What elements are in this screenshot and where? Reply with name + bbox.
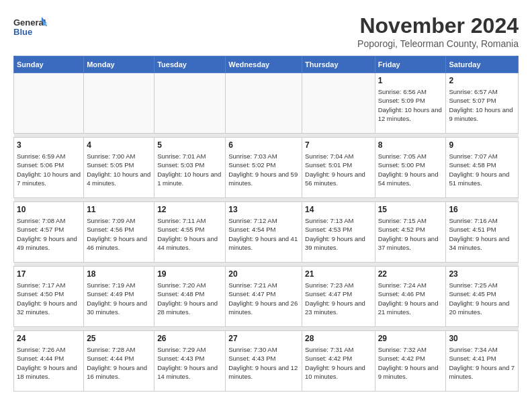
day-number: 23 [449,269,515,279]
day-info: Sunrise: 6:57 AM Sunset: 5:07 PM Dayligh… [449,87,515,123]
day-info: Sunrise: 7:09 AM Sunset: 4:56 PM Dayligh… [87,216,151,252]
day-number: 19 [157,269,222,279]
day-info: Sunrise: 7:28 AM Sunset: 4:44 PM Dayligh… [87,345,151,381]
day-info: Sunrise: 7:04 AM Sunset: 5:01 PM Dayligh… [305,152,372,187]
svg-text:General: General [13,17,46,28]
day-number: 26 [157,334,222,343]
weekday-header-saturday: Saturday [446,56,519,73]
day-info: Sunrise: 7:15 AM Sunset: 4:52 PM Dayligh… [378,216,443,252]
day-cell-3: 3Sunrise: 6:59 AM Sunset: 5:06 PM Daylig… [14,138,84,198]
day-number: 27 [228,334,299,343]
day-info: Sunrise: 7:32 AM Sunset: 4:42 PM Dayligh… [378,345,443,381]
day-number: 11 [87,205,151,214]
weekday-header-wednesday: Wednesday [226,56,302,73]
day-info: Sunrise: 7:29 AM Sunset: 4:43 PM Dayligh… [157,345,222,381]
month-title: November 2024 [357,13,519,38]
day-info: Sunrise: 7:16 AM Sunset: 4:51 PM Dayligh… [449,216,515,252]
day-number: 10 [17,205,81,214]
day-info: Sunrise: 7:34 AM Sunset: 4:41 PM Dayligh… [449,345,515,381]
day-number: 13 [228,205,299,214]
day-cell-27: 27Sunrise: 7:30 AM Sunset: 4:43 PM Dayli… [226,331,302,392]
day-number: 4 [87,140,151,150]
day-info: Sunrise: 7:25 AM Sunset: 4:45 PM Dayligh… [449,281,515,316]
day-number: 24 [17,334,81,343]
weekday-header-sunday: Sunday [14,56,84,73]
day-number: 18 [87,269,151,279]
day-cell-12: 12Sunrise: 7:11 AM Sunset: 4:55 PM Dayli… [154,202,226,263]
day-cell-6: 6Sunrise: 7:03 AM Sunset: 5:02 PM Daylig… [226,138,302,198]
day-cell-2: 2Sunrise: 6:57 AM Sunset: 5:07 PM Daylig… [446,73,519,134]
day-cell-8: 8Sunrise: 7:05 AM Sunset: 5:00 PM Daylig… [375,138,446,198]
day-cell-29: 29Sunrise: 7:32 AM Sunset: 4:42 PM Dayli… [375,331,446,392]
empty-cell [84,73,154,134]
day-number: 28 [305,334,372,343]
day-cell-7: 7Sunrise: 7:04 AM Sunset: 5:01 PM Daylig… [302,138,375,198]
day-info: Sunrise: 7:20 AM Sunset: 4:48 PM Dayligh… [157,281,222,316]
day-number: 25 [87,334,151,343]
day-info: Sunrise: 7:17 AM Sunset: 4:50 PM Dayligh… [17,281,81,316]
week-row-4: 17Sunrise: 7:17 AM Sunset: 4:50 PM Dayli… [14,267,519,327]
day-cell-14: 14Sunrise: 7:13 AM Sunset: 4:53 PM Dayli… [302,202,375,263]
day-info: Sunrise: 7:23 AM Sunset: 4:47 PM Dayligh… [305,281,372,316]
day-number: 3 [17,140,81,150]
day-number: 14 [305,205,372,214]
day-cell-30: 30Sunrise: 7:34 AM Sunset: 4:41 PM Dayli… [446,331,519,392]
location: Poporogi, Teleorman County, Romania [357,38,519,49]
day-info: Sunrise: 7:01 AM Sunset: 5:03 PM Dayligh… [157,152,222,187]
week-row-5: 24Sunrise: 7:26 AM Sunset: 4:44 PM Dayli… [14,331,519,392]
weekday-header-monday: Monday [84,56,154,73]
day-cell-22: 22Sunrise: 7:24 AM Sunset: 4:46 PM Dayli… [375,267,446,327]
day-info: Sunrise: 6:56 AM Sunset: 5:09 PM Dayligh… [378,87,443,123]
day-number: 1 [378,76,443,85]
day-cell-26: 26Sunrise: 7:29 AM Sunset: 4:43 PM Dayli… [154,331,226,392]
day-info: Sunrise: 7:26 AM Sunset: 4:44 PM Dayligh… [17,345,81,381]
day-info: Sunrise: 7:19 AM Sunset: 4:49 PM Dayligh… [87,281,151,316]
day-info: Sunrise: 7:05 AM Sunset: 5:00 PM Dayligh… [378,152,443,187]
day-number: 21 [305,269,372,279]
day-number: 2 [449,76,515,85]
empty-cell [226,73,302,134]
day-cell-18: 18Sunrise: 7:19 AM Sunset: 4:49 PM Dayli… [84,267,154,327]
day-number: 12 [157,205,222,214]
weekday-header-friday: Friday [375,56,446,73]
svg-text:Blue: Blue [13,27,32,37]
day-info: Sunrise: 7:11 AM Sunset: 4:55 PM Dayligh… [157,216,222,252]
day-cell-17: 17Sunrise: 7:17 AM Sunset: 4:50 PM Dayli… [14,267,84,327]
day-number: 29 [378,334,443,343]
day-cell-23: 23Sunrise: 7:25 AM Sunset: 4:45 PM Dayli… [446,267,519,327]
day-cell-11: 11Sunrise: 7:09 AM Sunset: 4:56 PM Dayli… [84,202,154,263]
day-number: 30 [449,334,515,343]
day-number: 17 [17,269,81,279]
week-row-3: 10Sunrise: 7:08 AM Sunset: 4:57 PM Dayli… [14,202,519,263]
day-info: Sunrise: 7:24 AM Sunset: 4:46 PM Dayligh… [378,281,443,316]
day-info: Sunrise: 7:21 AM Sunset: 4:47 PM Dayligh… [228,281,299,316]
title-section: November 2024 Poporogi, Teleorman County… [357,13,519,49]
day-cell-13: 13Sunrise: 7:12 AM Sunset: 4:54 PM Dayli… [226,202,302,263]
day-info: Sunrise: 7:07 AM Sunset: 4:58 PM Dayligh… [449,152,515,187]
day-number: 9 [449,140,515,150]
empty-cell [302,73,375,134]
week-row-2: 3Sunrise: 6:59 AM Sunset: 5:06 PM Daylig… [14,138,519,198]
day-cell-10: 10Sunrise: 7:08 AM Sunset: 4:57 PM Dayli… [14,202,84,263]
day-cell-15: 15Sunrise: 7:15 AM Sunset: 4:52 PM Dayli… [375,202,446,263]
day-cell-19: 19Sunrise: 7:20 AM Sunset: 4:48 PM Dayli… [154,267,226,327]
weekday-header-tuesday: Tuesday [154,56,226,73]
day-number: 16 [449,205,515,214]
day-cell-21: 21Sunrise: 7:23 AM Sunset: 4:47 PM Dayli… [302,267,375,327]
week-row-1: 1Sunrise: 6:56 AM Sunset: 5:09 PM Daylig… [14,73,519,134]
day-cell-5: 5Sunrise: 7:01 AM Sunset: 5:03 PM Daylig… [154,138,226,198]
day-cell-9: 9Sunrise: 7:07 AM Sunset: 4:58 PM Daylig… [446,138,519,198]
day-info: Sunrise: 7:00 AM Sunset: 5:05 PM Dayligh… [87,152,151,187]
day-cell-20: 20Sunrise: 7:21 AM Sunset: 4:47 PM Dayli… [226,267,302,327]
day-number: 7 [305,140,372,150]
day-number: 8 [378,140,443,150]
day-info: Sunrise: 7:12 AM Sunset: 4:54 PM Dayligh… [228,216,299,252]
day-info: Sunrise: 7:30 AM Sunset: 4:43 PM Dayligh… [228,345,299,381]
day-number: 20 [228,269,299,279]
day-number: 15 [378,205,443,214]
day-info: Sunrise: 7:31 AM Sunset: 4:42 PM Dayligh… [305,345,372,381]
day-number: 22 [378,269,443,279]
day-info: Sunrise: 7:08 AM Sunset: 4:57 PM Dayligh… [17,216,81,252]
page-header: General Blue November 2024 Poporogi, Tel… [13,13,519,49]
day-info: Sunrise: 7:13 AM Sunset: 4:53 PM Dayligh… [305,216,372,252]
